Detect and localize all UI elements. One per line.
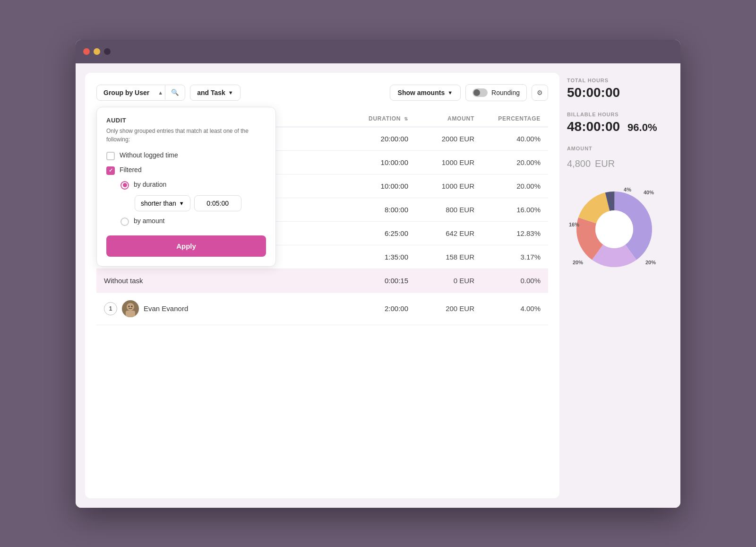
table-row-evan: 1 Evan Evanord [96, 293, 548, 325]
gear-icon: ⚙ [537, 89, 543, 96]
row-number: 1 [104, 302, 117, 315]
user-name: Evan Evanord [144, 304, 188, 313]
row-pct-4: 16.00% [474, 206, 541, 214]
total-hours-label: TOTAL HOURS [567, 78, 671, 83]
audit-dropdown: AUDIT Only show grouped entries that mat… [96, 107, 276, 267]
audit-filtered-row: Filtered [106, 166, 266, 175]
shorter-than-select[interactable]: shorter than ▼ [135, 195, 190, 211]
donut-chart: 40% 20% 20% 16% 4% [567, 182, 662, 277]
row-duration-4: 8:00:00 [342, 206, 408, 214]
billable-hours-value: 48:00:00 [567, 119, 620, 134]
amount-value: 4,800 EUR [567, 153, 671, 171]
row-amount-7: 0 EUR [408, 277, 474, 285]
row-amount-8: 200 EUR [408, 304, 474, 313]
row-amount-1: 2000 EUR [408, 135, 474, 143]
row-duration-3: 10:00:00 [342, 182, 408, 190]
total-hours-block: TOTAL HOURS 50:00:00 [567, 78, 671, 100]
row-pct-3: 20.00% [474, 182, 541, 190]
chart-center [595, 210, 633, 248]
duration-filter-controls: shorter than ▼ [135, 195, 266, 211]
total-hours-value: 50:00:00 [567, 85, 671, 100]
main-panel: Group by User ▲ 🔍 and Task ▼ Show amount… [85, 73, 559, 498]
billable-hours-label: BILLABLE HOURS [567, 112, 671, 117]
content-area: Group by User ▲ 🔍 and Task ▼ Show amount… [76, 63, 680, 508]
by-duration-label: by duration [134, 181, 166, 188]
show-amounts-dropdown[interactable]: Show amounts ▼ [390, 85, 461, 101]
group-by-chevron-icon: ▲ [156, 90, 165, 96]
row-pct-1: 40.00% [474, 135, 541, 143]
billable-hours-row: 48:00:00 96.0% [567, 119, 671, 134]
by-amount-row: by amount [120, 217, 266, 226]
row-amount-2: 1000 EUR [408, 158, 474, 166]
avatar [122, 300, 139, 317]
svg-rect-1 [126, 311, 135, 317]
by-duration-radio[interactable] [120, 181, 129, 190]
app-window: Group by User ▲ 🔍 and Task ▼ Show amount… [76, 40, 680, 508]
show-amounts-chevron-icon: ▼ [447, 90, 453, 96]
and-task-label: and Task [197, 89, 225, 96]
row-duration-7: 0:00:15 [342, 277, 408, 285]
row-pct-6: 3.17% [474, 253, 541, 261]
audit-description: Only show grouped entries that match at … [106, 127, 266, 144]
by-duration-row: by duration [120, 181, 266, 190]
svg-point-2 [129, 305, 130, 307]
row-pct-2: 20.00% [474, 158, 541, 166]
col-amount: AMOUNT [408, 115, 474, 122]
rounding-switch-icon[interactable] [472, 88, 488, 97]
billable-hours-block: BILLABLE HOURS 48:00:00 96.0% [567, 112, 671, 134]
maximize-button[interactable] [104, 48, 111, 55]
row-pct-7: 0.00% [474, 277, 541, 285]
without-logged-checkbox[interactable] [106, 152, 115, 160]
svg-point-0 [127, 303, 134, 311]
toolbar: Group by User ▲ 🔍 and Task ▼ Show amount… [96, 84, 548, 101]
sort-duration-icon[interactable]: ⇅ [404, 116, 408, 122]
apply-button[interactable]: Apply [106, 235, 266, 257]
shorter-than-chevron-icon: ▼ [179, 200, 184, 206]
row-amount-5: 642 EUR [408, 229, 474, 237]
billable-percent: 96.0% [627, 122, 657, 134]
audit-without-logged-row: Without logged time [106, 151, 266, 160]
row-name-8: 1 Evan Evanord [104, 300, 342, 317]
audit-title: AUDIT [106, 117, 266, 124]
titlebar [76, 40, 680, 63]
group-by-dropdown[interactable]: Group by User ▲ 🔍 [96, 85, 185, 101]
rounding-label: Rounding [491, 89, 520, 96]
right-panel: TOTAL HOURS 50:00:00 BILLABLE HOURS 48:0… [567, 73, 671, 498]
filtered-label: Filtered [120, 166, 142, 174]
row-name-7: Without task [104, 277, 342, 285]
by-amount-label: by amount [134, 217, 164, 225]
and-task-chevron-icon: ▼ [228, 90, 233, 96]
and-task-dropdown[interactable]: and Task ▼ [190, 85, 241, 101]
without-logged-label: Without logged time [120, 151, 178, 159]
group-by-label[interactable]: Group by User [97, 85, 156, 100]
rounding-toggle[interactable]: Rounding [465, 84, 527, 101]
amount-label: AMOUNT [567, 146, 671, 151]
minimize-button[interactable] [94, 48, 100, 55]
row-duration-5: 6:25:00 [342, 229, 408, 237]
filtered-checkbox[interactable] [106, 166, 115, 175]
search-icon: 🔍 [171, 89, 179, 96]
close-button[interactable] [83, 48, 90, 55]
search-button[interactable]: 🔍 [165, 85, 185, 100]
settings-button[interactable]: ⚙ [532, 85, 548, 101]
row-duration-1: 20:00:00 [342, 135, 408, 143]
show-amounts-label: Show amounts [398, 89, 445, 96]
row-pct-8: 4.00% [474, 304, 541, 313]
row-amount-3: 1000 EUR [408, 182, 474, 190]
shorter-than-label: shorter than [141, 200, 176, 207]
donut-svg [567, 182, 662, 277]
by-amount-radio[interactable] [120, 217, 129, 226]
row-duration-2: 10:00:00 [342, 158, 408, 166]
col-duration: DURATION ⇅ [342, 115, 408, 122]
row-duration-8: 2:00:00 [342, 304, 408, 313]
row-duration-6: 1:35:00 [342, 253, 408, 261]
row-pct-5: 12.83% [474, 229, 541, 237]
duration-input[interactable] [194, 195, 241, 211]
amount-block: AMOUNT 4,800 EUR [567, 146, 671, 171]
audit-by-duration-row: by duration shorter than ▼ by amount [120, 181, 266, 226]
row-amount-4: 800 EUR [408, 206, 474, 214]
col-percentage: PERCENTAGE [474, 115, 541, 122]
svg-point-3 [131, 305, 133, 307]
table-row-highlighted: Without task 0:00:15 0 EUR 0.00% [96, 269, 548, 293]
row-amount-6: 158 EUR [408, 253, 474, 261]
